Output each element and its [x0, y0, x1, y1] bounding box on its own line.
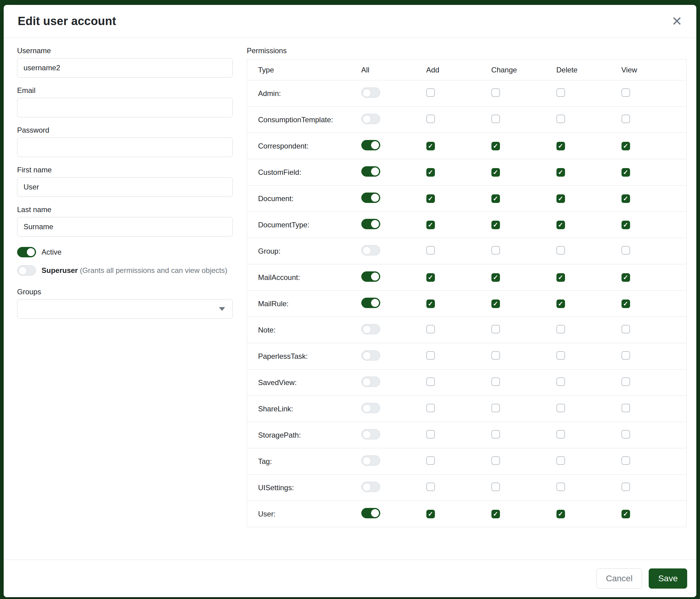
permission-delete-checkbox[interactable] — [556, 115, 565, 123]
permission-delete-checkbox[interactable] — [556, 351, 565, 360]
permission-change-checkbox[interactable]: ✓ — [492, 300, 500, 308]
permission-delete-checkbox[interactable] — [556, 483, 565, 491]
permission-delete-checkbox[interactable] — [556, 246, 565, 255]
permission-all-toggle[interactable] — [361, 88, 380, 98]
permission-view-checkbox[interactable] — [622, 456, 630, 465]
permission-view-checkbox[interactable] — [622, 115, 630, 123]
permission-add-checkbox[interactable]: ✓ — [426, 273, 435, 282]
permission-view-checkbox[interactable]: ✓ — [622, 194, 630, 203]
permission-add-checkbox[interactable] — [426, 404, 435, 412]
permission-delete-checkbox[interactable] — [556, 456, 565, 465]
permission-add-checkbox[interactable] — [426, 483, 435, 491]
permission-add-checkbox[interactable] — [426, 456, 435, 465]
permission-all-toggle[interactable] — [361, 403, 380, 413]
permission-add-checkbox[interactable] — [426, 325, 435, 333]
permission-add-checkbox[interactable]: ✓ — [426, 221, 435, 229]
permission-all-toggle[interactable] — [361, 166, 380, 177]
first-name-input[interactable] — [17, 177, 233, 197]
permission-add-checkbox[interactable]: ✓ — [426, 194, 435, 203]
permission-view-checkbox[interactable]: ✓ — [622, 142, 630, 150]
permission-delete-checkbox[interactable] — [556, 404, 565, 412]
permission-add-checkbox[interactable] — [426, 246, 435, 255]
permission-all-toggle[interactable] — [361, 455, 380, 466]
permission-view-checkbox[interactable] — [622, 430, 630, 438]
permission-all-toggle[interactable] — [361, 219, 380, 229]
permissions-row: User:✓✓✓✓ — [247, 501, 686, 527]
permission-add-checkbox[interactable] — [426, 378, 435, 386]
permission-add-checkbox[interactable]: ✓ — [426, 300, 435, 308]
permission-type-label: ShareLink: — [247, 396, 361, 422]
last-name-input[interactable] — [17, 217, 233, 237]
permission-all-toggle[interactable] — [361, 271, 380, 282]
permission-all-toggle[interactable] — [361, 114, 380, 124]
permission-change-checkbox[interactable] — [492, 246, 500, 255]
close-button[interactable]: ✕ — [672, 15, 682, 28]
permission-delete-checkbox[interactable]: ✓ — [556, 142, 565, 150]
permission-change-checkbox[interactable] — [492, 404, 500, 412]
permission-all-toggle[interactable] — [361, 245, 380, 256]
permission-delete-checkbox[interactable] — [556, 378, 565, 386]
permission-view-checkbox[interactable] — [622, 246, 630, 255]
permission-delete-checkbox[interactable]: ✓ — [556, 194, 565, 203]
permission-change-checkbox[interactable]: ✓ — [492, 221, 500, 229]
groups-select[interactable] — [17, 299, 233, 319]
permission-change-checkbox[interactable]: ✓ — [492, 168, 500, 177]
username-input[interactable] — [17, 58, 233, 78]
permission-add-checkbox[interactable] — [426, 115, 435, 123]
permission-all-toggle[interactable] — [361, 324, 380, 334]
permission-add-checkbox[interactable]: ✓ — [426, 510, 435, 518]
permission-delete-checkbox[interactable]: ✓ — [556, 168, 565, 177]
modal-title: Edit user account — [18, 15, 116, 28]
permission-view-checkbox[interactable]: ✓ — [622, 273, 630, 282]
permission-add-checkbox[interactable] — [426, 351, 435, 360]
permission-view-checkbox[interactable] — [622, 351, 630, 360]
permission-delete-checkbox[interactable]: ✓ — [556, 510, 565, 518]
permission-change-checkbox[interactable] — [492, 456, 500, 465]
permission-all-toggle[interactable] — [361, 377, 380, 387]
permission-change-checkbox[interactable] — [492, 430, 500, 438]
permission-delete-checkbox[interactable] — [556, 88, 565, 97]
permission-view-checkbox[interactable]: ✓ — [622, 168, 630, 177]
permission-view-checkbox[interactable] — [622, 378, 630, 386]
permission-view-checkbox[interactable] — [622, 483, 630, 491]
cancel-button[interactable]: Cancel — [597, 569, 642, 589]
permission-change-checkbox[interactable]: ✓ — [492, 273, 500, 282]
permission-all-toggle[interactable] — [361, 482, 380, 492]
permission-change-checkbox[interactable] — [492, 378, 500, 386]
permission-all-toggle[interactable] — [361, 140, 380, 150]
save-button[interactable]: Save — [649, 569, 687, 589]
modal-footer: Cancel Save — [4, 559, 696, 597]
permission-all-toggle[interactable] — [361, 429, 380, 439]
active-toggle[interactable] — [17, 247, 36, 257]
permission-view-checkbox[interactable]: ✓ — [622, 221, 630, 229]
password-input[interactable] — [17, 138, 233, 157]
permission-delete-checkbox[interactable] — [556, 430, 565, 438]
permission-add-checkbox[interactable] — [426, 430, 435, 438]
permission-add-checkbox[interactable] — [426, 88, 435, 97]
permission-change-checkbox[interactable] — [492, 115, 500, 123]
permission-view-checkbox[interactable]: ✓ — [622, 300, 630, 308]
permission-view-checkbox[interactable] — [622, 88, 630, 97]
permission-all-toggle[interactable] — [361, 508, 380, 518]
permission-all-toggle[interactable] — [361, 298, 380, 308]
permission-view-checkbox[interactable]: ✓ — [622, 510, 630, 518]
permission-change-checkbox[interactable]: ✓ — [492, 194, 500, 203]
email-input[interactable] — [17, 98, 233, 117]
permission-add-checkbox[interactable]: ✓ — [426, 142, 435, 150]
permission-change-checkbox[interactable] — [492, 351, 500, 360]
superuser-toggle[interactable] — [17, 265, 36, 275]
permission-delete-checkbox[interactable]: ✓ — [556, 300, 565, 308]
permission-view-checkbox[interactable] — [622, 404, 630, 412]
permission-delete-checkbox[interactable] — [556, 325, 565, 333]
permission-change-checkbox[interactable]: ✓ — [492, 510, 500, 518]
permission-all-toggle[interactable] — [361, 350, 380, 361]
permission-change-checkbox[interactable]: ✓ — [492, 142, 500, 150]
permission-delete-checkbox[interactable]: ✓ — [556, 221, 565, 229]
permission-delete-checkbox[interactable]: ✓ — [556, 273, 565, 282]
permission-add-checkbox[interactable]: ✓ — [426, 168, 435, 177]
permission-change-checkbox[interactable] — [492, 88, 500, 97]
permission-view-checkbox[interactable] — [622, 325, 630, 333]
permission-change-checkbox[interactable] — [492, 483, 500, 491]
permission-all-toggle[interactable] — [361, 193, 380, 203]
permission-change-checkbox[interactable] — [492, 325, 500, 333]
